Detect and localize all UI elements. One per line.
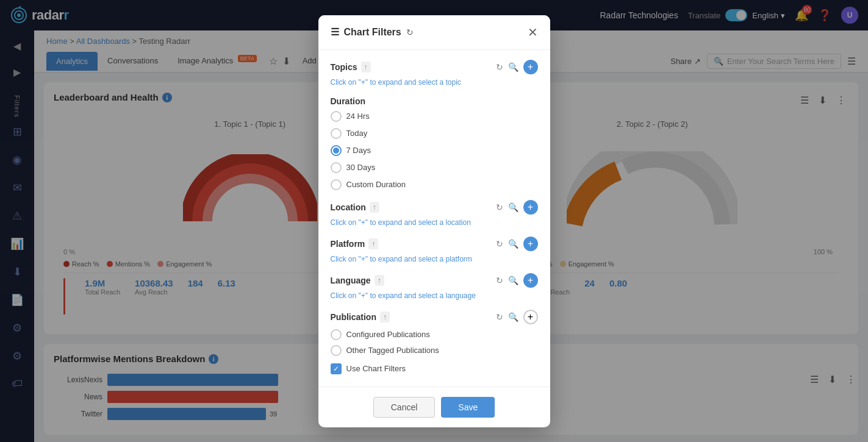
topics-add-btn[interactable]: + — [523, 60, 538, 74]
language-label: Language ↑ — [331, 275, 384, 286]
duration-custom[interactable]: Custom Duration — [331, 179, 538, 190]
modal-close-btn[interactable]: ✕ — [528, 25, 538, 40]
location-refresh-btn[interactable]: ↻ — [496, 202, 503, 212]
radio-24hrs[interactable] — [331, 111, 342, 122]
duration-filter-header: Duration — [331, 96, 538, 106]
duration-label: Duration — [331, 96, 366, 106]
radio-today[interactable] — [331, 128, 342, 139]
publication-search-btn[interactable]: 🔍 — [508, 312, 518, 322]
use-chart-filters-checkbox[interactable] — [331, 363, 342, 374]
location-actions: ↻ 🔍 + — [496, 200, 538, 215]
other-tagged-publications[interactable]: Other Tagged Publications — [331, 345, 538, 356]
modal-overlay[interactable]: ☰ Chart Filters ↻ ✕ Topics ↑ ↻ 🔍 + — [0, 0, 868, 442]
language-actions: ↻ 🔍 + — [496, 273, 538, 288]
language-add-btn[interactable]: + — [523, 273, 538, 288]
publication-add-disabled[interactable]: + — [523, 310, 538, 324]
location-search-btn[interactable]: 🔍 — [508, 202, 518, 212]
language-collapse[interactable]: ↑ — [375, 275, 384, 286]
save-button[interactable]: Save — [441, 397, 495, 418]
radio-30days-label: 30 Days — [346, 163, 376, 172]
configured-label: Configured Publications — [346, 330, 430, 339]
topics-label: Topics ↑ — [331, 62, 371, 73]
topics-collapse[interactable]: ↑ — [361, 62, 371, 73]
radio-configured[interactable] — [331, 329, 342, 340]
radio-30days[interactable] — [331, 162, 342, 173]
platform-collapse[interactable]: ↑ — [368, 238, 378, 249]
language-filter-header: Language ↑ ↻ 🔍 + — [331, 273, 538, 288]
radio-custom-label: Custom Duration — [346, 180, 406, 189]
configured-publications[interactable]: Configured Publications — [331, 329, 538, 340]
topics-search-btn[interactable]: 🔍 — [508, 62, 518, 72]
platform-filter-section: Platform ↑ ↻ 🔍 + Click on "+" to expand … — [331, 237, 538, 263]
modal-header: ☰ Chart Filters ↻ ✕ — [318, 15, 550, 50]
modal-body: Topics ↑ ↻ 🔍 + Click on "+" to expand an… — [318, 60, 550, 387]
platform-filter-header: Platform ↑ ↻ 🔍 + — [331, 237, 538, 251]
topics-filter-section: Topics ↑ ↻ 🔍 + Click on "+" to expand an… — [331, 60, 538, 87]
topics-hint[interactable]: Click on "+" to expand and select a topi… — [331, 78, 538, 87]
location-filter-section: Location ↑ ↻ 🔍 + Click on "+" to expand … — [331, 200, 538, 227]
radio-today-label: Today — [346, 129, 368, 138]
duration-24hrs[interactable]: 24 Hrs — [331, 111, 538, 122]
platform-hint[interactable]: Click on "+" to expand and select a plat… — [331, 255, 538, 263]
filter-lines-icon: ☰ — [331, 26, 339, 38]
radio-custom[interactable] — [331, 179, 342, 190]
publication-refresh-btn[interactable]: ↻ — [496, 312, 503, 322]
duration-30days[interactable]: 30 Days — [331, 162, 538, 173]
language-refresh-btn[interactable]: ↻ — [496, 276, 503, 285]
location-collapse[interactable]: ↑ — [370, 202, 379, 213]
topics-actions: ↻ 🔍 + — [496, 60, 538, 74]
topics-refresh-btn[interactable]: ↻ — [496, 62, 503, 72]
publication-filter-section: Publication ↑ ↻ 🔍 + Configured Publicati… — [331, 310, 538, 374]
location-add-btn[interactable]: + — [523, 200, 538, 215]
publication-filter-header: Publication ↑ ↻ 🔍 + — [331, 310, 538, 324]
modal-footer: Cancel Save — [318, 387, 550, 427]
publication-label: Publication ↑ — [331, 312, 390, 323]
modal-refresh-btn[interactable]: ↻ — [406, 27, 414, 37]
radio-other-tagged[interactable] — [331, 345, 342, 356]
cancel-button[interactable]: Cancel — [373, 397, 436, 418]
language-hint[interactable]: Click on "+" to expand and select a lang… — [331, 291, 538, 300]
language-filter-section: Language ↑ ↻ 🔍 + Click on "+" to expand … — [331, 273, 538, 300]
radio-7days[interactable] — [331, 145, 342, 156]
publication-actions: ↻ 🔍 + — [496, 310, 538, 324]
language-search-btn[interactable]: 🔍 — [508, 276, 518, 285]
duration-radio-group: 24 Hrs Today 7 Days 30 Days — [331, 111, 538, 190]
platform-search-btn[interactable]: 🔍 — [508, 239, 518, 249]
duration-today[interactable]: Today — [331, 128, 538, 139]
platform-add-btn[interactable]: + — [523, 237, 538, 251]
publication-collapse[interactable]: ↑ — [380, 312, 390, 323]
radio-24hrs-label: 24 Hrs — [346, 112, 370, 121]
use-chart-filters-item[interactable]: Use Chart Filters — [331, 363, 538, 374]
location-hint[interactable]: Click on "+" to expand and select a loca… — [331, 218, 538, 227]
platform-actions-modal: ↻ 🔍 + — [496, 237, 538, 251]
topics-filter-header: Topics ↑ ↻ 🔍 + — [331, 60, 538, 74]
modal-title: ☰ Chart Filters ↻ — [331, 26, 414, 38]
platform-refresh-btn[interactable]: ↻ — [496, 239, 503, 249]
location-label: Location ↑ — [331, 202, 379, 213]
location-filter-header: Location ↑ ↻ 🔍 + — [331, 200, 538, 215]
use-chart-filters-label: Use Chart Filters — [346, 364, 406, 373]
chart-filters-modal: ☰ Chart Filters ↻ ✕ Topics ↑ ↻ 🔍 + — [318, 15, 550, 427]
radio-7days-label: 7 Days — [346, 146, 371, 155]
duration-7days[interactable]: 7 Days — [331, 145, 538, 156]
other-tagged-label: Other Tagged Publications — [346, 346, 439, 355]
platform-label: Platform ↑ — [331, 238, 379, 249]
duration-filter-section: Duration 24 Hrs Today 7 Days — [331, 96, 538, 190]
